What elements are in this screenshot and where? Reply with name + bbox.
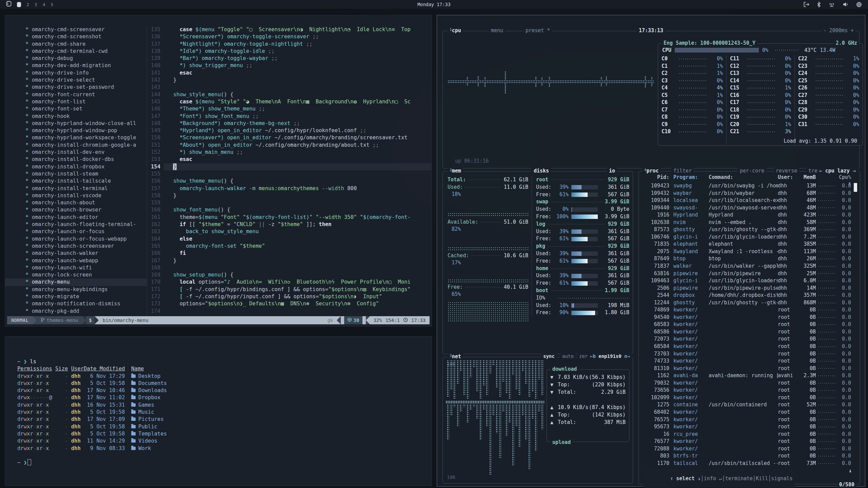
- file-item[interactable]: * omarchy-install-dropbox: [5, 163, 147, 170]
- code-editing-area[interactable]: case $(menu "Toggle" "▢ Screensaver\n◑ N…: [164, 26, 431, 315]
- active-prompt-line[interactable]: ~ ❯: [17, 459, 425, 466]
- net-auto-toggle[interactable]: auto: [560, 353, 576, 359]
- file-item[interactable]: * omarchy-hyprland-window-pop: [5, 127, 147, 134]
- file-item[interactable]: * omarchy-menu: [5, 279, 147, 286]
- process-row[interactable]: 1162avahi-daavahi-daemon: running [avahi…: [642, 372, 851, 380]
- process-row[interactable]: 2075XwaylandXwayland :1 -rootless -dhh11…: [642, 248, 851, 256]
- workspace-button-4[interactable]: 4: [43, 2, 45, 7]
- process-scrollbar[interactable]: [854, 183, 857, 474]
- process-row[interactable]: 68584kworker/root0B0.0: [642, 343, 851, 350]
- file-item[interactable]: * omarchy-notification-dismiss: [5, 300, 147, 307]
- process-row[interactable]: 1170tailscal/usr/sbin/tailscaled --root7…: [642, 460, 851, 467]
- file-item[interactable]: * omarchy-cmd-screensaver: [5, 26, 147, 33]
- net-interface-switcher[interactable]: ←b enp191s0 n→: [588, 353, 632, 359]
- terminal-window[interactable]: ~ ❯ lsPermissions Size UserDate Modified…: [5, 336, 432, 486]
- file-item[interactable]: * omarchy-hyprland-workspace-toggle: [5, 134, 147, 141]
- process-row[interactable]: 73656kworker/root0B0.0: [642, 387, 851, 394]
- proc-sort-selector[interactable]: ← cpu lazy →: [817, 168, 858, 174]
- workspace-1-icon[interactable]: [6, 1, 12, 8]
- file-item[interactable]: * omarchy-menu-keybindings: [5, 286, 147, 293]
- tab-proc[interactable]: 4proc: [642, 168, 661, 174]
- workspace-2-active-icon[interactable]: [17, 2, 21, 7]
- process-row[interactable]: 63816pipewire/usr/bin/pipewiredhh25M0.0: [642, 270, 851, 278]
- file-item[interactable]: * omarchy-launch-or-focus: [5, 228, 147, 235]
- tab-cpu[interactable]: 1cpu: [448, 27, 463, 34]
- net-sync-toggle[interactable]: sync: [541, 353, 557, 359]
- file-item[interactable]: * omarchy-pkg-add: [5, 308, 147, 315]
- file-item[interactable]: * omarchy-install-tailscale: [5, 178, 147, 185]
- file-item[interactable]: * omarchy-launch-editor: [5, 214, 147, 221]
- process-row[interactable]: 109432waybar/usr/bin/waybardhh68M0.0: [642, 190, 851, 197]
- process-row[interactable]: 106746glycin-i/usr/lib/glycin-loadersdhh…: [642, 233, 851, 241]
- file-item[interactable]: * omarchy-launch-wifi: [5, 264, 147, 271]
- process-row[interactable]: 71835elephantelephantdhh385M0.0: [642, 241, 851, 248]
- file-item[interactable]: * omarchy-hook: [5, 113, 147, 120]
- tab-mem[interactable]: 2mem: [448, 168, 463, 174]
- file-item[interactable]: * omarchy-drive-set-password: [5, 84, 147, 91]
- process-row[interactable]: 94540kworker/root0B0.0: [642, 314, 851, 321]
- logout-icon[interactable]: [803, 2, 809, 7]
- process-row[interactable]: 12244ghostty/usr/bin/ghostty --gtk-dhh86…: [642, 299, 851, 307]
- tab-io[interactable]: io: [607, 168, 617, 174]
- file-item[interactable]: * omarchy-dev-add-migration: [5, 62, 147, 69]
- proc-reverse-toggle[interactable]: reverse: [774, 168, 799, 174]
- file-item[interactable]: * omarchy-debug: [5, 55, 147, 62]
- update-interval-control[interactable]: - 2000ms +: [821, 27, 856, 34]
- process-row[interactable]: 76577kworker/root0B0.0: [642, 438, 851, 445]
- process-row[interactable]: 803btrfs-trroot0B0.0: [642, 452, 851, 460]
- process-row[interactable]: 76575kworker/root0B0.0: [642, 416, 851, 424]
- file-item[interactable]: * omarchy-migrate: [5, 293, 147, 300]
- workspace-button-3[interactable]: 3: [35, 2, 37, 7]
- file-item[interactable]: * omarchy-drive-select: [5, 77, 147, 84]
- file-item[interactable]: * omarchy-font-current: [5, 91, 147, 98]
- process-row[interactable]: 74869kworker/root0B0.0: [642, 306, 851, 314]
- proc-filter-button[interactable]: filter: [671, 168, 694, 174]
- process-row[interactable]: 102638nvimnvim --embed .dhh58M0.0: [642, 219, 851, 226]
- proc-terminate-button[interactable]: terminate: [725, 475, 753, 482]
- file-item[interactable]: * omarchy-cmd-screenshot: [5, 33, 147, 40]
- btop-menu-button[interactable]: menu: [489, 27, 505, 34]
- proc-kill-button[interactable]: Kill: [756, 475, 768, 482]
- volume-icon[interactable]: [843, 2, 849, 7]
- process-row[interactable]: 79032kworker/root0B0.0: [642, 380, 851, 387]
- btop-preset-button[interactable]: preset *: [524, 27, 552, 34]
- process-row[interactable]: 1916HyprlandHyprlanddhh423M0.0: [642, 211, 851, 219]
- file-item[interactable]: * omarchy-install-dev-env: [5, 149, 147, 156]
- proc-per-core-toggle[interactable]: per-core: [738, 168, 766, 174]
- process-row[interactable]: 68402kworker/root0B0.0: [642, 409, 851, 416]
- file-item[interactable]: * omarchy-font-list: [5, 98, 147, 105]
- process-row[interactable]: 16rcu_preeroot0B0.0: [642, 431, 851, 438]
- bluetooth-icon[interactable]: [817, 2, 821, 7]
- process-row[interactable]: 68586kworker/root0B0.0: [642, 328, 851, 336]
- process-row[interactable]: 109344localsea/usr/lib/localsearch-exdhh…: [642, 197, 851, 204]
- file-item[interactable]: * omarchy-font-set: [5, 105, 147, 113]
- file-item[interactable]: * omarchy-install-steam: [5, 170, 147, 178]
- file-item[interactable]: * omarchy-launch-webapp: [5, 257, 147, 264]
- file-item[interactable]: * omarchy-drive-info: [5, 69, 147, 77]
- cpu-icon[interactable]: [856, 2, 862, 7]
- file-item[interactable]: * omarchy-install-chromium-google-a: [5, 142, 147, 149]
- process-row[interactable]: 95673kworker/root0B0.0: [642, 423, 851, 431]
- process-row[interactable]: 71837walker/usr/bin/walker --gappldhh325…: [642, 263, 851, 270]
- file-item[interactable]: * omarchy-launch-floating-terminal-: [5, 221, 147, 228]
- process-row[interactable]: 73703kworker/root0B0.0: [642, 350, 851, 358]
- file-item[interactable]: * omarchy-launch-screensaver: [5, 243, 147, 250]
- process-row[interactable]: 68583kworker/root0B0.0: [642, 321, 851, 328]
- file-item[interactable]: * omarchy-install-terminal: [5, 185, 147, 192]
- proc-info-button[interactable]: info: [704, 475, 716, 482]
- process-row[interactable]: 87649btopbtopdhh26M0.0: [642, 255, 851, 263]
- process-row[interactable]: 72088kworker/root0B0.0: [642, 445, 851, 453]
- workspace-button-5[interactable]: 5: [51, 2, 53, 7]
- process-row[interactable]: 74733kworker/root0B0.0: [642, 358, 851, 365]
- process-row[interactable]: 81310kworker/root0B0.0: [642, 365, 851, 372]
- process-row[interactable]: 102099kworker/root0B0.0: [642, 394, 851, 402]
- file-item[interactable]: * omarchy-install-vscode: [5, 192, 147, 199]
- process-row[interactable]: 109440swayosd-/usr/bin/swayosd-serverdhh…: [642, 204, 851, 212]
- tab-disks[interactable]: disks: [532, 168, 551, 174]
- process-row[interactable]: 87573ghostty/usr/bin/ghostty --gtk-dhh36…: [642, 226, 851, 233]
- proc-signals-button[interactable]: signals: [771, 475, 792, 482]
- file-item[interactable]: * omarchy-lock-screen: [5, 271, 147, 279]
- file-item[interactable]: * omarchy-launch-walker: [5, 250, 147, 257]
- process-row[interactable]: 2506pipewire/usr/bin/pipewire-pulsedhh14…: [642, 285, 851, 292]
- file-item[interactable]: * omarchy-launch-browser: [5, 206, 147, 214]
